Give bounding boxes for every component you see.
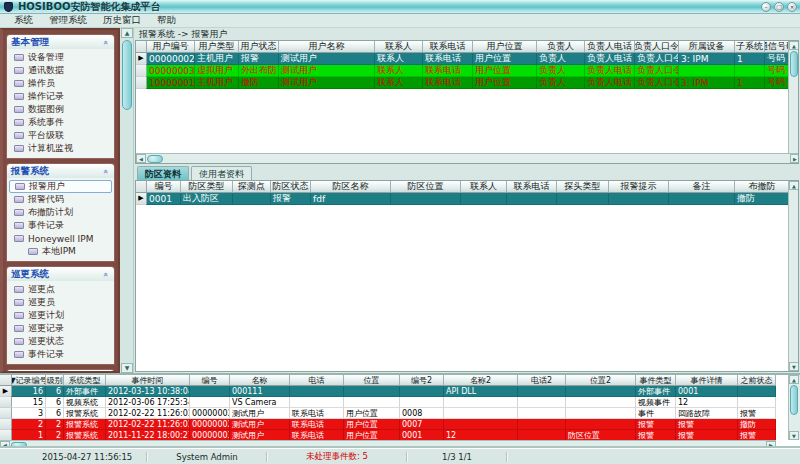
event-table-column-header[interactable]: 位置 — [344, 375, 400, 386]
user-table-column-header[interactable]: 联系电话 — [423, 41, 473, 53]
scroll-thumb[interactable] — [122, 40, 132, 110]
menu-item[interactable]: 帮助 — [149, 14, 184, 27]
scroll-thumb[interactable] — [790, 385, 798, 415]
user-table-column-header[interactable]: 联系人 — [375, 41, 423, 53]
event-table-row[interactable]: 36报警系统2012-02-22 11:26:0200000002测试用户联系电… — [0, 408, 776, 419]
sidebar-item[interactable]: 通讯数据 — [7, 64, 114, 77]
scroll-right-icon[interactable]: ▶ — [790, 154, 799, 163]
minimize-button[interactable]: – — [761, 2, 771, 12]
zone-table-row[interactable]: ▶0001出入防区报警fdf撤防 — [136, 193, 790, 205]
scroll-left-icon[interactable]: ◀ — [136, 154, 146, 163]
user-table-row[interactable]: ▶00000002主机用户报警测试用户联系人联系电话用户位置负责人负责人电话负责… — [136, 53, 790, 65]
sidebar-item[interactable]: 计算机监视 — [7, 142, 114, 155]
sidebar-item[interactable]: 报警用户 — [9, 180, 112, 193]
event-table-column-header[interactable]: 电话2 — [518, 375, 566, 386]
event-table-column-header[interactable]: ▼记录编号 — [12, 375, 46, 386]
zone-table-column-header[interactable]: 防区位置 — [391, 181, 461, 193]
sidebar-scrollbar[interactable]: ▲ ▼ — [120, 28, 134, 373]
event-table-row[interactable]: 156视频系统2012-03-06 17:25:34VS Camera视频事件1… — [0, 397, 776, 408]
sidebar-item[interactable]: 系统事件 — [7, 116, 114, 129]
event-table-column-header[interactable]: 事件详情 — [676, 375, 738, 386]
event-table-column-header[interactable]: 电话 — [290, 375, 344, 386]
user-table-column-header[interactable]: 用户状态 — [239, 41, 279, 53]
zone-table-column-header[interactable]: 防区状态 — [271, 181, 311, 193]
scroll-up-icon[interactable]: ▲ — [789, 181, 799, 190]
collapse-chevron-icon[interactable]: « — [101, 167, 110, 176]
zone-table-vscroll[interactable]: ▲ ▼ — [788, 181, 798, 371]
user-table-column-header[interactable]: 所属设备 — [679, 41, 735, 53]
sidebar-panel-header[interactable]: 基本管理« — [7, 35, 114, 49]
scroll-up-icon[interactable]: ▲ — [121, 28, 133, 38]
menu-item[interactable]: 管理系统 — [41, 14, 95, 27]
tab[interactable]: 防区资料 — [137, 166, 189, 180]
user-table-row[interactable]: 10000001主机用户撤防测试用户联系人联系电话用户位置负责人负责人电话负责人… — [136, 77, 790, 89]
event-table-column-header[interactable]: 编号 — [190, 375, 230, 386]
zone-table-column-header[interactable]: 联系电话 — [507, 181, 557, 193]
scroll-thumb[interactable] — [147, 155, 163, 163]
zone-table-column-header[interactable]: 防区类型 — [181, 181, 233, 193]
scroll-down-icon[interactable]: ▼ — [789, 431, 799, 440]
scroll-down-icon[interactable]: ▼ — [121, 363, 133, 373]
sidebar-panel-header[interactable]: 报警系统« — [7, 164, 114, 178]
sidebar-item[interactable]: 布撤防计划 — [7, 206, 114, 219]
menu-item[interactable]: 历史窗口 — [95, 14, 149, 27]
sidebar-item[interactable]: 巡更计划 — [7, 309, 114, 322]
sidebar-item[interactable]: 平台级联 — [7, 129, 114, 142]
sidebar-item[interactable]: 本地IPM — [7, 245, 114, 258]
menu-item[interactable]: 系统 — [6, 14, 41, 27]
scroll-down-icon[interactable]: ▼ — [789, 362, 799, 371]
scroll-up-icon[interactable]: ▲ — [789, 41, 799, 50]
close-button[interactable]: × — [787, 2, 797, 12]
user-table-column-header[interactable]: 负责人 — [537, 41, 585, 53]
collapse-chevron-icon[interactable]: « — [101, 38, 110, 47]
event-table-column-header[interactable]: 之前状态 — [738, 375, 776, 386]
event-table-row[interactable]: ▶166外部事件2012-03-13 10:38:04000111API DLL… — [0, 386, 776, 397]
event-table-row[interactable]: 22报警系统2012-02-22 11:26:0200000002测试用户联系电… — [0, 419, 776, 430]
sidebar-item[interactable]: 事件记录 — [7, 219, 114, 232]
sidebar-item[interactable]: 设备管理 — [7, 51, 114, 64]
zone-table-column-header[interactable]: 备注 — [669, 181, 735, 193]
user-table-vscroll[interactable]: ▲ — [788, 41, 798, 154]
sidebar-item[interactable]: 操作记录 — [7, 90, 114, 103]
event-table-column-header[interactable]: 事件类型 — [636, 375, 676, 386]
scroll-thumb[interactable] — [790, 51, 798, 77]
event-table-column-header[interactable]: 系统类型 — [64, 375, 106, 386]
events-hscroll[interactable]: ◀ ▶ — [0, 440, 776, 448]
events-vscroll[interactable]: ▲ ▼ — [788, 375, 800, 440]
zone-table-column-header[interactable]: 报警提示 — [609, 181, 669, 193]
sidebar-item[interactable]: 巡更记录 — [7, 322, 114, 335]
zone-table-column-header[interactable]: 布撤防 — [735, 181, 790, 193]
sidebar-item[interactable]: Honeywell IPM — [7, 232, 114, 245]
sidebar-item[interactable]: 巡更员 — [7, 296, 114, 309]
user-table-column-header[interactable]: 负责人电话 — [585, 41, 635, 53]
user-table-column-header[interactable]: 用户类型 — [195, 41, 239, 53]
event-table-column-header[interactable]: 名称2 — [444, 375, 518, 386]
scroll-up-icon[interactable]: ▲ — [789, 375, 799, 384]
event-table-column-header[interactable]: 名称 — [230, 375, 290, 386]
user-table-column-header[interactable]: 负责人口令 — [635, 41, 679, 53]
user-table-column-header[interactable]: 用户编号 — [147, 41, 195, 53]
sidebar-item[interactable]: 巡更点 — [7, 283, 114, 296]
zone-table-column-header[interactable]: 联系人 — [461, 181, 507, 193]
sidebar-item[interactable]: 事件记录 — [7, 348, 114, 361]
scroll-right-icon[interactable]: ▶ — [766, 441, 776, 448]
user-table-hscroll[interactable]: ◀ ▶ — [136, 153, 799, 163]
event-table-column-header[interactable]: 位置2 — [566, 375, 636, 386]
sidebar-panel-header[interactable]: 巡更系统« — [7, 267, 114, 281]
zone-table-column-header[interactable]: 编号 — [147, 181, 181, 193]
collapse-chevron-icon[interactable]: « — [101, 270, 110, 279]
sidebar-item[interactable]: 报警代码 — [7, 193, 114, 206]
scroll-left-icon[interactable]: ◀ — [0, 441, 10, 448]
user-table-row[interactable]: 00000003虚拟用户外出布防测试用户联系人联系电话用户位置负责人负责人电话负… — [136, 65, 790, 77]
tab[interactable]: 使用者资料 — [191, 166, 252, 180]
restore-button[interactable]: □ — [774, 2, 784, 12]
event-table-column-header[interactable]: 编号2 — [400, 375, 444, 386]
sidebar-item[interactable]: 操作员 — [7, 77, 114, 90]
zone-table-column-header[interactable]: 防区名称 — [311, 181, 391, 193]
user-table-column-header[interactable]: 用户名称 — [279, 41, 375, 53]
event-table-column-header[interactable]: 事件时间 — [106, 375, 190, 386]
zone-table-column-header[interactable]: 探测点 — [233, 181, 271, 193]
user-table-column-header[interactable]: 子系统 — [735, 41, 765, 53]
user-table-column-header[interactable]: 用户位置 — [473, 41, 537, 53]
zone-table-column-header[interactable]: 探头类型 — [557, 181, 609, 193]
